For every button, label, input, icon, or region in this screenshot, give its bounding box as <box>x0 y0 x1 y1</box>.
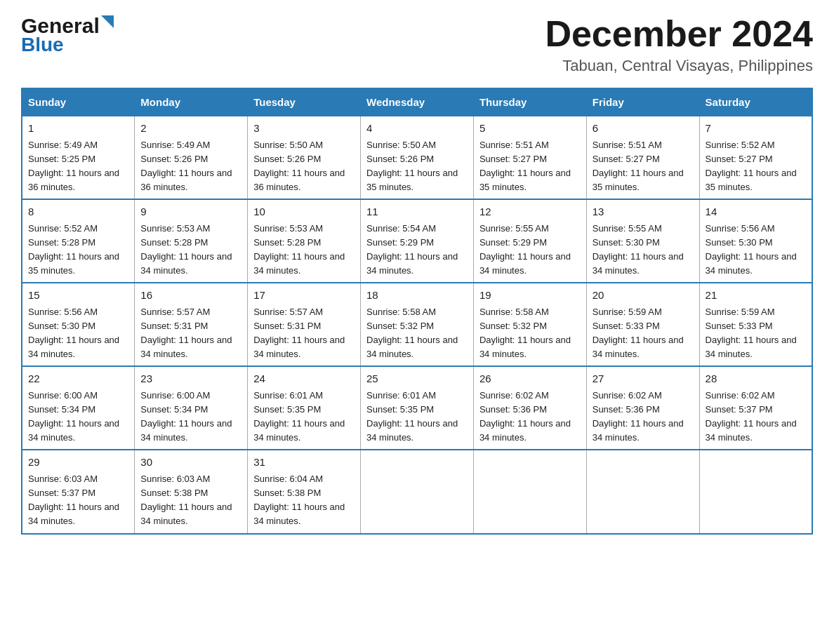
calendar-cell: 9Sunrise: 5:53 AMSunset: 5:28 PMDaylight… <box>135 199 248 283</box>
day-number: 4 <box>366 121 468 137</box>
calendar-cell: 1Sunrise: 5:49 AMSunset: 5:25 PMDaylight… <box>22 116 135 199</box>
day-number: 10 <box>253 204 355 220</box>
calendar-cell: 22Sunrise: 6:00 AMSunset: 5:34 PMDayligh… <box>22 366 135 450</box>
logo-blue-text: Blue <box>21 34 64 55</box>
day-header-wednesday: Wednesday <box>361 88 474 116</box>
day-number: 11 <box>366 204 468 220</box>
day-number: 19 <box>479 288 581 304</box>
calendar-cell: 5Sunrise: 5:51 AMSunset: 5:27 PMDaylight… <box>473 116 586 199</box>
day-number: 6 <box>593 121 694 137</box>
calendar-cell: 16Sunrise: 5:57 AMSunset: 5:31 PMDayligh… <box>135 283 248 366</box>
day-info: Sunrise: 5:54 AMSunset: 5:29 PMDaylight:… <box>366 223 458 276</box>
day-number: 7 <box>706 121 806 137</box>
day-number: 5 <box>479 121 581 137</box>
day-info: Sunrise: 5:53 AMSunset: 5:28 PMDaylight:… <box>253 223 345 276</box>
day-number: 12 <box>479 204 581 220</box>
calendar-cell: 14Sunrise: 5:56 AMSunset: 5:30 PMDayligh… <box>699 199 812 283</box>
days-of-week-row: SundayMondayTuesdayWednesdayThursdayFrid… <box>22 88 812 116</box>
day-header-tuesday: Tuesday <box>248 88 361 116</box>
day-info: Sunrise: 5:51 AMSunset: 5:27 PMDaylight:… <box>593 140 684 192</box>
day-info: Sunrise: 5:55 AMSunset: 5:30 PMDaylight:… <box>593 223 684 276</box>
day-info: Sunrise: 5:52 AMSunset: 5:28 PMDaylight:… <box>28 223 119 276</box>
logo: General Blue <box>21 14 114 56</box>
day-info: Sunrise: 5:59 AMSunset: 5:33 PMDaylight:… <box>706 307 797 359</box>
day-info: Sunrise: 6:02 AMSunset: 5:36 PMDaylight:… <box>593 390 684 443</box>
calendar-cell: 21Sunrise: 5:59 AMSunset: 5:33 PMDayligh… <box>699 283 812 366</box>
calendar-cell: 24Sunrise: 6:01 AMSunset: 5:35 PMDayligh… <box>248 366 361 450</box>
week-row-5: 29Sunrise: 6:03 AMSunset: 5:37 PMDayligh… <box>22 450 812 533</box>
day-number: 2 <box>140 121 241 137</box>
day-info: Sunrise: 5:49 AMSunset: 5:25 PMDaylight:… <box>28 140 119 192</box>
day-number: 31 <box>253 455 355 471</box>
day-info: Sunrise: 5:57 AMSunset: 5:31 PMDaylight:… <box>140 307 232 359</box>
day-info: Sunrise: 6:02 AMSunset: 5:36 PMDaylight:… <box>479 390 571 443</box>
day-number: 15 <box>28 288 128 304</box>
day-number: 17 <box>253 288 355 304</box>
day-info: Sunrise: 6:04 AMSunset: 5:38 PMDaylight:… <box>253 474 345 526</box>
day-number: 1 <box>28 121 128 137</box>
day-header-saturday: Saturday <box>699 88 812 116</box>
day-info: Sunrise: 6:00 AMSunset: 5:34 PMDaylight:… <box>140 390 232 443</box>
day-info: Sunrise: 5:49 AMSunset: 5:26 PMDaylight:… <box>140 140 232 192</box>
day-info: Sunrise: 5:58 AMSunset: 5:32 PMDaylight:… <box>479 307 571 359</box>
day-info: Sunrise: 5:50 AMSunset: 5:26 PMDaylight:… <box>253 140 345 192</box>
day-number: 24 <box>253 371 355 387</box>
month-title: December 2024 <box>545 14 813 54</box>
calendar-cell: 4Sunrise: 5:50 AMSunset: 5:26 PMDaylight… <box>361 116 474 199</box>
day-number: 16 <box>140 288 241 304</box>
day-number: 3 <box>253 121 355 137</box>
calendar-cell: 27Sunrise: 6:02 AMSunset: 5:36 PMDayligh… <box>586 366 699 450</box>
day-number: 21 <box>706 288 806 304</box>
calendar-cell: 29Sunrise: 6:03 AMSunset: 5:37 PMDayligh… <box>22 450 135 533</box>
day-number: 13 <box>593 204 694 220</box>
day-number: 9 <box>140 204 241 220</box>
page-header: General Blue December 2024 Tabuan, Centr… <box>21 14 813 75</box>
day-info: Sunrise: 6:01 AMSunset: 5:35 PMDaylight:… <box>253 390 345 443</box>
svg-marker-0 <box>101 15 114 28</box>
day-number: 20 <box>593 288 694 304</box>
calendar-cell: 30Sunrise: 6:03 AMSunset: 5:38 PMDayligh… <box>135 450 248 533</box>
title-block: December 2024 Tabuan, Central Visayas, P… <box>545 14 813 75</box>
calendar-cell: 13Sunrise: 5:55 AMSunset: 5:30 PMDayligh… <box>586 199 699 283</box>
day-info: Sunrise: 5:53 AMSunset: 5:28 PMDaylight:… <box>140 223 232 276</box>
day-info: Sunrise: 6:02 AMSunset: 5:37 PMDaylight:… <box>706 390 797 443</box>
calendar-cell: 11Sunrise: 5:54 AMSunset: 5:29 PMDayligh… <box>361 199 474 283</box>
day-info: Sunrise: 6:03 AMSunset: 5:37 PMDaylight:… <box>28 474 119 526</box>
calendar-cell: 15Sunrise: 5:56 AMSunset: 5:30 PMDayligh… <box>22 283 135 366</box>
calendar-cell: 23Sunrise: 6:00 AMSunset: 5:34 PMDayligh… <box>135 366 248 450</box>
day-info: Sunrise: 6:01 AMSunset: 5:35 PMDaylight:… <box>366 390 458 443</box>
day-header-thursday: Thursday <box>473 88 586 116</box>
day-info: Sunrise: 5:51 AMSunset: 5:27 PMDaylight:… <box>479 140 571 192</box>
day-info: Sunrise: 5:52 AMSunset: 5:27 PMDaylight:… <box>706 140 797 192</box>
calendar-cell: 19Sunrise: 5:58 AMSunset: 5:32 PMDayligh… <box>473 283 586 366</box>
calendar-cell: 20Sunrise: 5:59 AMSunset: 5:33 PMDayligh… <box>586 283 699 366</box>
calendar-cell: 3Sunrise: 5:50 AMSunset: 5:26 PMDaylight… <box>248 116 361 199</box>
calendar-cell: 28Sunrise: 6:02 AMSunset: 5:37 PMDayligh… <box>699 366 812 450</box>
day-number: 27 <box>593 371 694 387</box>
day-number: 22 <box>28 371 128 387</box>
calendar-cell <box>586 450 699 533</box>
calendar-cell: 7Sunrise: 5:52 AMSunset: 5:27 PMDaylight… <box>699 116 812 199</box>
day-number: 25 <box>366 371 468 387</box>
calendar-cell: 26Sunrise: 6:02 AMSunset: 5:36 PMDayligh… <box>473 366 586 450</box>
calendar-cell: 2Sunrise: 5:49 AMSunset: 5:26 PMDaylight… <box>135 116 248 199</box>
calendar-cell: 25Sunrise: 6:01 AMSunset: 5:35 PMDayligh… <box>361 366 474 450</box>
week-row-2: 8Sunrise: 5:52 AMSunset: 5:28 PMDaylight… <box>22 199 812 283</box>
calendar-cell <box>361 450 474 533</box>
location-subtitle: Tabuan, Central Visayas, Philippines <box>545 57 813 75</box>
day-info: Sunrise: 5:58 AMSunset: 5:32 PMDaylight:… <box>366 307 458 359</box>
calendar-cell <box>473 450 586 533</box>
day-number: 28 <box>706 371 806 387</box>
calendar-cell: 12Sunrise: 5:55 AMSunset: 5:29 PMDayligh… <box>473 199 586 283</box>
day-number: 8 <box>28 204 128 220</box>
day-info: Sunrise: 6:00 AMSunset: 5:34 PMDaylight:… <box>28 390 119 443</box>
day-info: Sunrise: 5:59 AMSunset: 5:33 PMDaylight:… <box>593 307 684 359</box>
day-info: Sunrise: 5:56 AMSunset: 5:30 PMDaylight:… <box>706 223 797 276</box>
calendar-cell: 31Sunrise: 6:04 AMSunset: 5:38 PMDayligh… <box>248 450 361 533</box>
calendar-table: SundayMondayTuesdayWednesdayThursdayFrid… <box>21 88 813 534</box>
day-info: Sunrise: 5:55 AMSunset: 5:29 PMDaylight:… <box>479 223 571 276</box>
week-row-3: 15Sunrise: 5:56 AMSunset: 5:30 PMDayligh… <box>22 283 812 366</box>
day-header-sunday: Sunday <box>22 88 135 116</box>
day-info: Sunrise: 5:56 AMSunset: 5:30 PMDaylight:… <box>28 307 119 359</box>
day-number: 23 <box>140 371 241 387</box>
